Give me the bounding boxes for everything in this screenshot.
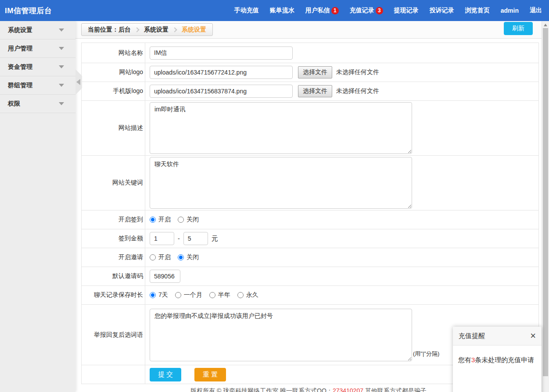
retention-forever-option[interactable]: 永久 (237, 291, 258, 299)
row-site-name: 网站名称 (82, 43, 538, 63)
signin-amount-min-input[interactable] (150, 232, 174, 245)
signin-off-option[interactable]: 关闭 (178, 216, 199, 224)
close-icon[interactable]: × (530, 331, 536, 341)
recharge-alert-popup: 充值提醒 × 您有3条未处理的充值申请 (453, 327, 542, 392)
app-title: IM信管理后台 (5, 6, 52, 16)
retention-1month-option[interactable]: 一个月 (175, 291, 202, 299)
top-header: IM信管理后台 手动充值 账单流水 用户私信1 充值记录3 提现记录 投诉记录 … (0, 0, 549, 21)
breadcrumb-prefix: 当前位置：后台 (88, 26, 131, 34)
row-chat-retention: 聊天记录保存时长 7天 一个月 半年 永久 (82, 286, 538, 305)
invite-off-option[interactable]: 关闭 (178, 253, 199, 261)
nav-admin-account[interactable]: admin (501, 7, 519, 14)
nav-view-homepage[interactable]: 浏览首页 (465, 7, 490, 14)
signin-on-radio[interactable] (150, 217, 156, 223)
nav-recharge-records[interactable]: 充值记录3 (350, 7, 383, 14)
row-site-keywords: 网站关键词 聊天软件 (82, 156, 538, 210)
retention-forever-radio[interactable] (237, 292, 244, 298)
sidebar-item-permissions[interactable]: 权限 (0, 95, 75, 113)
sidebar-item-user-management[interactable]: 用户管理 (0, 39, 75, 58)
row-invite-code: 默认邀请码 (82, 267, 538, 286)
chat-retention-label: 聊天记录保存时长 (82, 286, 145, 304)
invite-on-option[interactable]: 开启 (150, 253, 171, 261)
retention-halfyear-radio[interactable] (209, 292, 215, 298)
scroll-up-icon[interactable] (544, 24, 547, 26)
site-name-label: 网站名称 (82, 43, 145, 63)
sidebar: 系统设置 用户管理 资金管理 群组管理 权限 (0, 21, 75, 392)
site-description-label: 网站描述 (82, 101, 145, 155)
nav-logout[interactable]: 退出 (530, 7, 542, 14)
chevron-down-icon (59, 84, 64, 87)
site-logo-choose-file-button[interactable]: 选择文件 (298, 66, 332, 78)
reset-button[interactable]: 重 置 (194, 368, 226, 381)
site-logo-path-input[interactable] (150, 66, 293, 79)
report-replies-textarea[interactable]: 您的举报理由不成立|举报成功该用户已封号 (150, 309, 412, 361)
refresh-button[interactable]: 刷新 (504, 22, 533, 35)
scrollbar-thumb[interactable] (543, 28, 548, 376)
nav-user-messages[interactable]: 用户私信1 (305, 7, 339, 14)
separator-hint: (用"|"分隔) (413, 350, 439, 358)
invite-off-radio[interactable] (178, 254, 184, 260)
site-keywords-label: 网站关键词 (82, 156, 145, 210)
row-site-logo: 网站logo 选择文件 未选择任何文件 (82, 63, 538, 82)
top-nav: 手动充值 账单流水 用户私信1 充值记录3 提现记录 投诉记录 浏览首页 adm… (234, 7, 542, 14)
signin-on-option[interactable]: 开启 (150, 216, 171, 224)
invite-code-label: 默认邀请码 (82, 267, 145, 285)
amount-unit-label: 元 (212, 235, 218, 243)
sidebar-item-group-management[interactable]: 群组管理 (0, 76, 75, 95)
site-description-textarea[interactable]: im即时通讯 (150, 102, 412, 154)
chevron-down-icon (59, 47, 64, 50)
row-signin-amount: 签到金额 - 元 (82, 229, 538, 248)
sidebar-item-funds-management[interactable]: 资金管理 (0, 58, 75, 76)
chevron-left-icon (76, 79, 80, 85)
vertical-scrollbar[interactable] (542, 21, 549, 392)
breadcrumb-system-settings[interactable]: 系统设置 (144, 26, 169, 34)
breadcrumb-separator-icon (172, 27, 177, 32)
footer-qq-number: 273410207 (333, 387, 363, 392)
row-invite-toggle: 开启邀请 开启 关闭 (82, 248, 538, 267)
retention-7days-option[interactable]: 7天 (150, 291, 168, 299)
toolbar: 当前位置：后台 系统设置 系统设置 刷新 (75, 21, 542, 39)
signin-toggle-label: 开启签到 (82, 210, 145, 229)
retention-halfyear-option[interactable]: 半年 (209, 291, 230, 299)
row-signin-toggle: 开启签到 开启 关闭 (82, 210, 538, 229)
signin-amount-label: 签到金额 (82, 229, 145, 248)
mobile-logo-path-input[interactable] (150, 85, 293, 98)
invite-code-input[interactable] (150, 270, 180, 283)
mobile-logo-choose-file-button[interactable]: 选择文件 (298, 85, 332, 97)
site-name-input[interactable] (150, 46, 293, 60)
breadcrumb: 当前位置：后台 系统设置 系统设置 (81, 23, 213, 36)
signin-off-radio[interactable] (178, 217, 184, 223)
messages-count-badge: 1 (331, 7, 339, 14)
recharge-count-badge: 3 (376, 7, 383, 14)
breadcrumb-separator-icon (134, 27, 139, 32)
report-replies-label: 举报回复后选词语 (82, 305, 145, 365)
retention-7days-radio[interactable] (150, 292, 156, 298)
popup-title: 充值提醒 (459, 332, 485, 340)
mobile-logo-file-status: 未选择任何文件 (336, 87, 379, 95)
breadcrumb-current-page: 系统设置 (182, 26, 206, 34)
nav-withdraw-records[interactable]: 提现记录 (394, 7, 419, 14)
row-site-description: 网站描述 im即时通讯 (82, 101, 538, 156)
nav-complaint-records[interactable]: 投诉记录 (430, 7, 454, 14)
nav-bill-flow[interactable]: 账单流水 (270, 7, 294, 14)
signin-amount-max-input[interactable] (183, 232, 208, 245)
amount-range-dash: - (178, 235, 180, 242)
submit-button[interactable]: 提 交 (150, 368, 181, 381)
site-keywords-textarea[interactable]: 聊天软件 (150, 157, 412, 209)
chevron-down-icon (59, 102, 64, 105)
chevron-down-icon (59, 65, 64, 68)
popup-message: 您有3条未处理的充值申请 (453, 346, 542, 375)
row-mobile-logo: 手机版logo 选择文件 未选择任何文件 (82, 82, 538, 101)
nav-manual-recharge[interactable]: 手动充值 (234, 7, 259, 14)
invite-on-radio[interactable] (150, 254, 156, 260)
sidebar-item-system-settings[interactable]: 系统设置 (0, 21, 75, 39)
invite-toggle-label: 开启邀请 (82, 248, 145, 267)
retention-1month-radio[interactable] (175, 292, 181, 298)
site-logo-label: 网站logo (82, 63, 145, 82)
site-logo-file-status: 未选择任何文件 (336, 68, 379, 76)
chevron-down-icon (59, 29, 64, 32)
mobile-logo-label: 手机版logo (82, 82, 145, 100)
